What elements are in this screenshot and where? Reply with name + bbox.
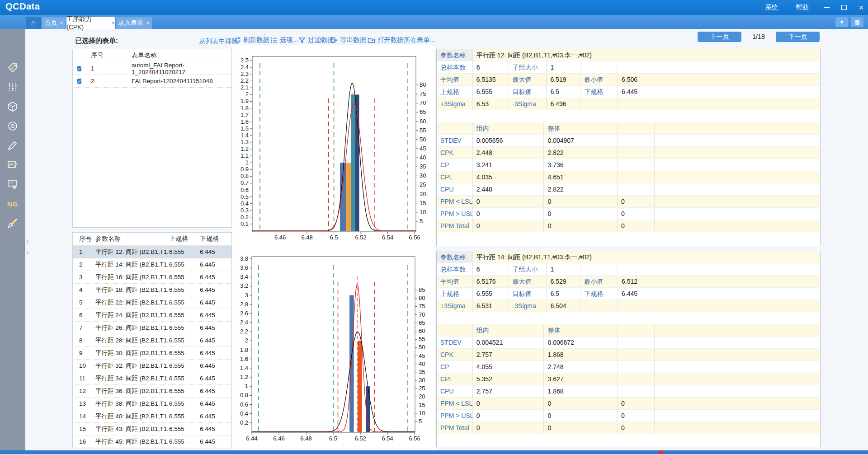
remove-from-list-link[interactable]: 从列表中移除	[199, 37, 238, 46]
param-index: 15	[73, 426, 95, 432]
stat-label: CPU	[437, 385, 473, 398]
param-name: 平行距 38: 间距 (B2,B1,T1...	[95, 400, 169, 408]
param-name: 平行距 18: 间距 (B2,B1,T1...	[95, 286, 169, 294]
stat-label: STDEV	[437, 135, 473, 147]
tab-close-icon[interactable]: ×	[146, 19, 150, 26]
stats-row: CPL4.0354.651	[437, 171, 820, 183]
stat-value: 2.748	[544, 361, 618, 373]
parameter-row[interactable]: 13平行距 38: 间距 (B2,B1,T1...6.5556.445	[73, 398, 231, 410]
stat-label: CPL	[437, 171, 473, 183]
param-lsl: 6.445	[200, 261, 231, 268]
stat-label: PPM < LSL	[437, 398, 473, 410]
parameter-row[interactable]: 2平行距 14: 间距 (B2,B1,T1...6.5556.445	[73, 258, 231, 271]
form-list-row[interactable]: ✓1automi_FAI Report-1_20240411070217	[73, 62, 231, 75]
stat-label: 整体	[544, 122, 618, 135]
parameter-row[interactable]: 7平行距 26: 间距 (B2,B1,T1...6.5556.445	[73, 322, 231, 334]
svg-text:1.7: 1.7	[241, 112, 249, 118]
svg-text:0.4: 0.4	[241, 200, 249, 207]
stat-value: 平行距 12: 间距 (B2,B1,T1,#03,李一,#02)	[473, 49, 820, 61]
stat-value: 2.757	[473, 349, 544, 361]
param-lsl: 6.445	[200, 350, 231, 356]
parameter-row[interactable]: 6平行距 24: 间距 (B2,B1,T1...6.5556.445	[73, 309, 231, 322]
stat-label: PPM < LSL	[437, 196, 473, 208]
param-col-index: 序号	[73, 235, 95, 243]
parameter-row[interactable]: 5平行距 22: 间距 (B2,B1,T1...6.5556.445	[73, 296, 231, 309]
parameter-row[interactable]: 11平行距 34: 间距 (B2,B1,T1...6.5556.445	[73, 372, 231, 385]
stat-label: PPM Total	[437, 422, 473, 434]
pen-brush-icon[interactable]	[7, 217, 19, 229]
svg-text:1.1: 1.1	[241, 152, 249, 159]
prev-page-button[interactable]: 上一页	[698, 32, 741, 42]
form-checkbox[interactable]: ✓	[77, 79, 81, 84]
stat-value	[618, 171, 655, 183]
svg-text:1.6: 1.6	[241, 118, 249, 125]
panel-hand-icon[interactable]	[7, 178, 19, 190]
cube-icon[interactable]	[7, 101, 19, 112]
target-circle-icon[interactable]	[7, 120, 19, 132]
form-checkbox[interactable]: ✓	[77, 66, 81, 71]
svg-text:6.52: 6.52	[355, 234, 366, 241]
stat-value	[655, 337, 820, 349]
tab-input-form[interactable]: 录入表单×	[116, 17, 152, 29]
maximize-button[interactable]	[836, 0, 852, 15]
svg-text:10: 10	[420, 209, 426, 215]
parameter-row[interactable]: 3平行距 16: 间距 (B2,B1,T1...6.5556.445	[73, 271, 231, 284]
parameter-row[interactable]: 14平行距 40: 间距 (B2,B1,T1...6.5556.445	[73, 410, 231, 423]
tab-close-icon[interactable]: ×	[111, 19, 115, 26]
stat-value: 0	[544, 398, 618, 410]
parameter-row[interactable]: 12平行距 36: 间距 (B2,B1,T1...6.5556.445	[73, 385, 231, 398]
parameter-row[interactable]: 4平行距 18: 间距 (B2,B1,T1...6.5556.445	[73, 284, 231, 296]
stat-label: CP	[437, 361, 473, 373]
minimize-button[interactable]	[819, 0, 835, 15]
svg-text:1.2: 1.2	[241, 145, 249, 152]
tag-icon[interactable]	[7, 62, 19, 74]
export-icon	[330, 37, 338, 44]
tab-home[interactable]: ⌂	[26, 17, 41, 29]
param-usl: 6.555	[169, 248, 200, 255]
chart-edit-icon[interactable]	[7, 159, 19, 171]
stat-value: 6.555	[473, 86, 509, 98]
stat-label: 组内	[473, 324, 544, 337]
stats-row: 上规格6.555目标值6.5下规格6.445	[437, 86, 820, 98]
parameter-row[interactable]: 15平行距 43: 间距 (B2,B1,T1...6.5556.445	[73, 423, 231, 435]
collapse-panel-chevron[interactable]: ‹	[24, 248, 31, 257]
tab-collapse-button[interactable]: ▾	[835, 17, 848, 27]
param-lsl: 6.445	[200, 400, 231, 407]
parameter-row[interactable]: 10平行距 32: 间距 (B2,B1,T1...6.5556.445	[73, 360, 231, 372]
stat-value: 6.5176	[473, 276, 509, 288]
options-button[interactable]: 选项...	[270, 36, 298, 44]
stat-label: PPM > USL	[437, 410, 473, 422]
tab-homepage[interactable]: 首页×	[42, 17, 66, 29]
form-list-header: 序号 表单名称	[73, 49, 231, 62]
sliders-icon[interactable]	[7, 81, 19, 93]
stat-label: 上规格	[437, 86, 473, 98]
menu-system[interactable]: 系统	[765, 3, 778, 12]
svg-text:25: 25	[419, 385, 425, 392]
stats-param-header: 参数名称平行距 14: 间距 (B2,B1,T1,#03,李一,#02)	[437, 251, 820, 263]
tab-cpk[interactable]: 工序能力(CPK)×	[66, 17, 115, 29]
parameter-row[interactable]: 16平行距 45: 间距 (B2,B1,T1...6.5556.445	[73, 435, 231, 448]
export-data-button[interactable]: 导出数据	[330, 36, 366, 44]
tab-grid-button[interactable]: ▦	[851, 17, 863, 27]
parameter-row[interactable]: 1平行距 12: 间距 (B2,B1,T1...6.5556.445	[73, 246, 231, 258]
next-page-button[interactable]: 下一页	[776, 32, 820, 42]
close-button[interactable]: ×	[854, 0, 868, 15]
parameter-row[interactable]: 8平行距 28: 间距 (B2,B1,T1...6.5556.445	[73, 334, 231, 347]
stat-label: CPL	[437, 373, 473, 385]
svg-text:1.2: 1.2	[240, 374, 248, 380]
parameter-row[interactable]: 9平行距 30: 间距 (B2,B1,T1...6.5556.445	[73, 347, 231, 360]
menu-help[interactable]: 帮助	[796, 3, 809, 12]
tab-close-icon[interactable]: ×	[60, 19, 63, 26]
pencil-icon[interactable]	[7, 140, 19, 151]
open-source-form-button[interactable]: 打开数据所在表单...	[368, 36, 435, 44]
filter-data-button[interactable]: 过滤数据	[298, 36, 334, 44]
form-list-row[interactable]: ✓2FAI Report-120240411151048	[73, 75, 231, 88]
ng-icon[interactable]: NG	[7, 198, 19, 210]
expand-panel-chevron[interactable]: ›	[24, 237, 31, 246]
svg-text:1: 1	[245, 383, 248, 389]
stat-value	[655, 361, 820, 373]
folder-icon	[368, 37, 375, 44]
stat-value: 2.448	[473, 147, 544, 159]
stat-value: 0	[473, 422, 544, 434]
page-indicator: 1/18	[745, 33, 772, 40]
